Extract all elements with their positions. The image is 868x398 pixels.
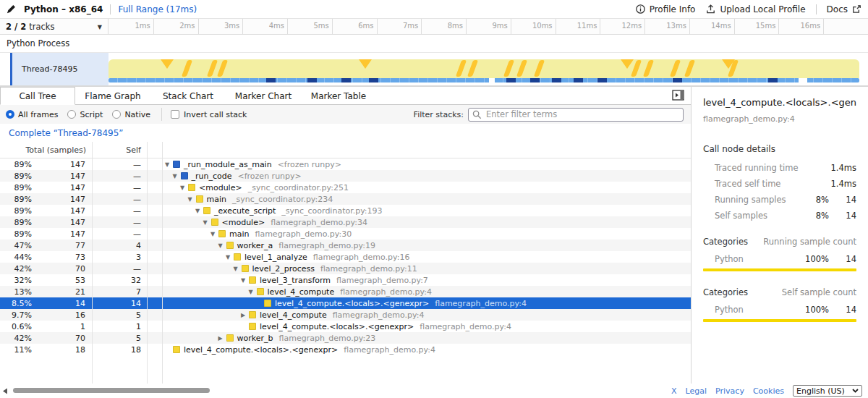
ruler-tick-label: 15ms — [736, 22, 775, 30]
expand-arrow-icon[interactable]: ▼ — [180, 185, 188, 191]
expand-arrow-icon[interactable]: ▼ — [218, 242, 226, 249]
radio-label[interactable]: Native — [124, 110, 150, 119]
sample-dark-segment — [673, 78, 682, 82]
tab-flame-graph[interactable]: Flame Graph — [75, 87, 150, 105]
tab-call-tree[interactable]: Call Tree — [0, 87, 75, 105]
marker-triangle[interactable] — [621, 59, 634, 69]
column-divider[interactable] — [162, 142, 163, 384]
filter-stacks-input[interactable] — [468, 108, 684, 122]
category-name: Python — [703, 254, 801, 264]
horizontal-scrollbar-thumb[interactable] — [13, 388, 210, 393]
detail-value: 1.4ms — [801, 179, 856, 189]
radio-native[interactable] — [112, 110, 121, 119]
invert-call-stack-label: Invert call stack — [184, 110, 247, 119]
radio-label[interactable]: Script — [80, 110, 103, 119]
profile-info-button[interactable]: Profile Info — [635, 4, 696, 14]
expand-arrow-icon[interactable]: ▼ — [188, 196, 196, 203]
track-python-process[interactable]: Python Process — [0, 35, 868, 53]
expand-arrow-icon[interactable]: ▶ — [218, 335, 226, 342]
upload-profile-button[interactable]: Upload Local Profile — [705, 4, 805, 14]
call-tree-row[interactable]: 89%147—▼_run_module_as_main<frozen runpy… — [0, 158, 691, 170]
radio-all-frames[interactable] — [6, 110, 14, 119]
sidebar-toggle-button[interactable] — [671, 90, 686, 102]
breadcrumb-complete-thread[interactable]: Complete “Thread-78495” — [6, 127, 127, 140]
expand-arrow-icon[interactable]: ▼ — [165, 161, 173, 168]
column-header-total[interactable]: Total (samples) — [0, 145, 86, 155]
function-location: _sync_coordinator.py:193 — [281, 206, 382, 216]
call-tree-row[interactable]: 8.5%1414level_4_compute.<locals>.<genexp… — [0, 297, 691, 309]
column-divider[interactable] — [92, 142, 93, 384]
tab-marker-table[interactable]: Marker Table — [301, 87, 376, 105]
function-name: main — [207, 195, 226, 204]
expand-arrow-icon[interactable]: ▼ — [241, 277, 249, 284]
footer-close-button[interactable]: X — [671, 386, 677, 396]
call-tree-row[interactable]: 9.7%165▶level_4_computeflamegraph_demo.p… — [0, 309, 691, 321]
total-percent: 89% — [0, 160, 32, 169]
scroll-left-arrow-icon[interactable] — [2, 388, 8, 394]
marker-triangle[interactable] — [359, 59, 372, 69]
call-tree-row[interactable]: 44%733▼level_1_analyzeflamegraph_demo.py… — [0, 251, 691, 263]
thread-label[interactable]: Thread-78495 — [12, 53, 109, 85]
self-samples: 3 — [85, 253, 144, 262]
radio-script[interactable] — [67, 110, 76, 119]
marker-triangle[interactable] — [161, 59, 174, 69]
call-tree-row[interactable]: 89%147—▼_execute_script_sync_coordinator… — [0, 205, 691, 216]
tab-stack-chart[interactable]: Stack Chart — [150, 87, 226, 105]
footer-link-cookies[interactable]: Cookies — [753, 386, 784, 396]
expand-arrow-icon[interactable]: ▼ — [173, 173, 181, 179]
sample-dark-segment — [266, 78, 276, 82]
call-tree-row[interactable]: 42%70—▼level_2_processflamegraph_demo.py… — [0, 263, 691, 274]
footer-link-legal[interactable]: Legal — [686, 386, 707, 396]
column-header-self[interactable]: Self — [86, 145, 144, 155]
expand-arrow-icon[interactable]: ▼ — [210, 231, 218, 237]
category-bar — [703, 268, 856, 271]
ruler-tick — [242, 19, 243, 35]
sample-dark-segment — [506, 78, 516, 82]
function-location: flamegraph_demo.py:4 — [340, 287, 432, 297]
ruler-tick-label: 16ms — [781, 22, 820, 30]
function-name: <module> — [222, 218, 265, 227]
call-tree-row[interactable]: 42%705▶worker_bflamegraph_demo.py:23 — [0, 332, 691, 344]
ruler-tick-label: 3ms — [200, 22, 239, 30]
invert-call-stack-checkbox[interactable] — [171, 110, 179, 119]
breadcrumb-row: Complete “Thread-78495” — [0, 124, 691, 142]
tree-cell: level_4_compute.<locals>.<genexpr>flameg… — [144, 299, 691, 308]
expand-arrow-icon[interactable]: ▼ — [249, 289, 257, 295]
docs-button[interactable]: Docs — [827, 4, 862, 14]
ruler-tick — [556, 19, 556, 35]
tab-marker-chart[interactable]: Marker Chart — [226, 87, 301, 105]
call-tree-row[interactable]: 89%147—▼<module>flamegraph_demo.py:34 — [0, 216, 691, 228]
function-location: flamegraph_demo.py:23 — [279, 334, 376, 343]
ruler-tick — [778, 19, 779, 35]
category-square-icon — [257, 288, 264, 295]
call-tree-row[interactable]: 32%5332▼level_3_transformflamegraph_demo… — [0, 274, 691, 286]
footer-link-privacy[interactable]: Privacy — [715, 386, 744, 396]
language-select[interactable]: English (US) — [793, 385, 862, 397]
call-tree-row[interactable]: 0.6%11level_4_compute.<locals>.<genexpr>… — [0, 321, 691, 332]
thread-activity-graph[interactable] — [109, 59, 859, 82]
expand-arrow-icon[interactable]: ▶ — [241, 312, 249, 318]
sample-dark-segment — [768, 78, 778, 82]
divider — [161, 108, 162, 121]
category-square-icon — [249, 323, 256, 330]
call-tree-row[interactable]: 89%147—▼main_sync_coordinator.py:234 — [0, 193, 691, 205]
full-range-link[interactable]: Full Range (17ms) — [118, 4, 197, 14]
tracks-dropdown[interactable]: 2 / 2 tracks ▼ — [0, 19, 109, 35]
total-percent: 89% — [0, 183, 32, 192]
call-tree-row[interactable]: 89%147—▼mainflamegraph_demo.py:30 — [0, 228, 691, 240]
radio-label[interactable]: All frames — [18, 110, 58, 119]
function-location: flamegraph_demo.py:7 — [336, 276, 428, 285]
expand-arrow-icon[interactable]: ▼ — [226, 254, 234, 261]
call-tree-row[interactable]: 11%1818level_4_compute.<locals>.<genexpr… — [0, 344, 691, 355]
edit-pencil-icon[interactable] — [6, 4, 17, 14]
column-divider[interactable] — [147, 142, 148, 384]
call-tree-row[interactable]: 13%217▼level_4_computeflamegraph_demo.py… — [0, 286, 691, 297]
call-tree-row[interactable]: 89%147—▼_run_code<frozen runpy> — [0, 170, 691, 182]
category-row: Python100%14 — [703, 305, 856, 315]
call-tree-row[interactable]: 47%774▼worker_aflamegraph_demo.py:19 — [0, 240, 691, 251]
expand-arrow-icon[interactable]: ▼ — [195, 208, 203, 214]
expand-arrow-icon[interactable]: ▼ — [234, 266, 242, 272]
bottom-panel: Call TreeFlame GraphStack ChartMarker Ch… — [0, 87, 868, 398]
expand-arrow-icon[interactable]: ▼ — [203, 219, 211, 226]
call-tree-row[interactable]: 89%147—▼<module>_sync_coordinator.py:251 — [0, 182, 691, 193]
